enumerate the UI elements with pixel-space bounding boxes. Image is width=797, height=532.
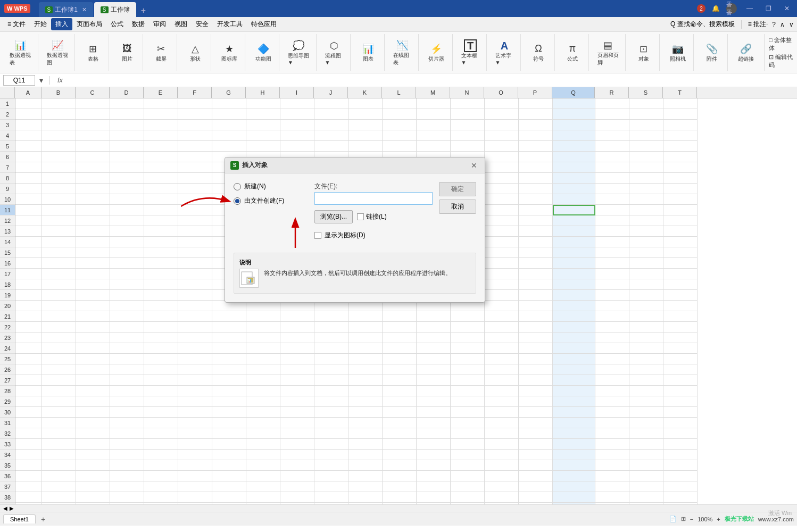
row-num-8[interactable]: 8 — [0, 173, 15, 184]
funcmap-btn[interactable]: 🔷 功能图 — [253, 41, 274, 64]
cell-A14[interactable] — [15, 237, 42, 247]
cell-R11[interactable] — [595, 205, 629, 215]
zoom-out-btn[interactable]: − — [690, 516, 693, 522]
cell-K22[interactable] — [348, 322, 383, 332]
cell-N25[interactable] — [451, 354, 485, 364]
cell-P25[interactable] — [519, 354, 553, 364]
cell-R2[interactable] — [595, 109, 629, 120]
table-btn[interactable]: ⊞ 表格 — [82, 41, 104, 64]
cell-F29[interactable] — [178, 396, 212, 407]
col-i[interactable]: I — [280, 87, 314, 98]
cell-M22[interactable] — [417, 322, 451, 332]
cell-P36[interactable] — [519, 471, 553, 481]
cell-S11[interactable] — [629, 205, 663, 215]
cell-I31[interactable] — [280, 418, 314, 428]
cell-S10[interactable] — [629, 194, 663, 205]
cell-P3[interactable] — [519, 120, 553, 130]
cell-R1[interactable] — [595, 98, 629, 109]
cell-C12[interactable] — [76, 215, 110, 226]
link-checkbox[interactable]: 链接(L) — [357, 212, 387, 221]
cell-G2[interactable] — [212, 109, 246, 120]
cell-C6[interactable] — [76, 152, 110, 162]
cell-J1[interactable] — [314, 98, 348, 109]
cell-L24[interactable] — [383, 343, 417, 354]
row-num-12[interactable]: 12 — [0, 215, 15, 226]
cell-T21[interactable] — [663, 311, 698, 322]
cell-B28[interactable] — [42, 386, 76, 396]
cell-E22[interactable] — [144, 322, 178, 332]
cell-J35[interactable] — [314, 460, 348, 471]
cell-O31[interactable] — [485, 418, 519, 428]
cell-M31[interactable] — [417, 418, 451, 428]
cell-H1[interactable] — [246, 98, 280, 109]
cell-D26[interactable] — [110, 364, 144, 375]
cell-N35[interactable] — [451, 460, 485, 471]
textbox-btn[interactable]: T 文本框▼ — [459, 38, 482, 67]
cell-E26[interactable] — [144, 364, 178, 375]
cell-A32[interactable] — [15, 428, 42, 439]
cell-J30[interactable] — [314, 407, 348, 418]
row-num-36[interactable]: 36 — [0, 471, 15, 481]
cell-K3[interactable] — [348, 120, 383, 130]
cell-B22[interactable] — [42, 322, 76, 332]
cell-T28[interactable] — [663, 386, 698, 396]
cell-Q31[interactable] — [553, 418, 595, 428]
cell-T3[interactable] — [663, 120, 698, 130]
row-num-18[interactable]: 18 — [0, 279, 15, 290]
cell-F18[interactable] — [178, 279, 212, 290]
cell-C27[interactable] — [76, 375, 110, 386]
cell-A30[interactable] — [15, 407, 42, 418]
menu-start[interactable]: 开始 — [30, 18, 51, 30]
cell-D10[interactable] — [110, 194, 144, 205]
formula-input[interactable] — [68, 76, 794, 85]
cell-F25[interactable] — [178, 354, 212, 364]
cell-M34[interactable] — [417, 450, 451, 460]
cell-E13[interactable] — [144, 226, 178, 237]
cell-T10[interactable] — [663, 194, 698, 205]
col-l[interactable]: L — [382, 87, 416, 98]
cell-O24[interactable] — [485, 343, 519, 354]
cell-S25[interactable] — [629, 354, 663, 364]
cell-N33[interactable] — [451, 439, 485, 450]
cell-O23[interactable] — [485, 332, 519, 343]
cell-G3[interactable] — [212, 120, 246, 130]
cell-S37[interactable] — [629, 481, 663, 492]
cell-I38[interactable] — [280, 492, 314, 503]
cell-A29[interactable] — [15, 396, 42, 407]
cell-T12[interactable] — [663, 215, 698, 226]
cell-E25[interactable] — [144, 354, 178, 364]
col-a[interactable]: A — [15, 87, 41, 98]
cell-R8[interactable] — [595, 173, 629, 184]
cell-A15[interactable] — [15, 247, 42, 258]
cell-S8[interactable] — [629, 173, 663, 184]
cell-D11[interactable] — [110, 205, 144, 215]
cell-S3[interactable] — [629, 120, 663, 130]
cell-L30[interactable] — [383, 407, 417, 418]
cell-J28[interactable] — [314, 386, 348, 396]
cell-N22[interactable] — [451, 322, 485, 332]
cell-O22[interactable] — [485, 322, 519, 332]
cell-E23[interactable] — [144, 332, 178, 343]
object-btn[interactable]: ⊡ 对象 — [633, 41, 654, 64]
cell-L29[interactable] — [383, 396, 417, 407]
cell-R9[interactable] — [595, 184, 629, 194]
cell-T34[interactable] — [663, 450, 698, 460]
cell-Q39[interactable] — [553, 503, 595, 504]
cell-F10[interactable] — [178, 194, 212, 205]
cell-B31[interactable] — [42, 418, 76, 428]
cell-P19[interactable] — [519, 290, 553, 301]
cell-J4[interactable] — [314, 130, 348, 141]
cell-I37[interactable] — [280, 481, 314, 492]
cell-J21[interactable] — [314, 311, 348, 322]
row-num-37[interactable]: 37 — [0, 481, 15, 492]
col-h[interactable]: H — [246, 87, 280, 98]
restore-btn[interactable]: ❐ — [762, 5, 775, 12]
cell-D35[interactable] — [110, 460, 144, 471]
cell-R35[interactable] — [595, 460, 629, 471]
cell-T8[interactable] — [663, 173, 698, 184]
cell-D34[interactable] — [110, 450, 144, 460]
cell-T13[interactable] — [663, 226, 698, 237]
cell-R25[interactable] — [595, 354, 629, 364]
cell-B37[interactable] — [42, 481, 76, 492]
col-n[interactable]: N — [450, 87, 484, 98]
